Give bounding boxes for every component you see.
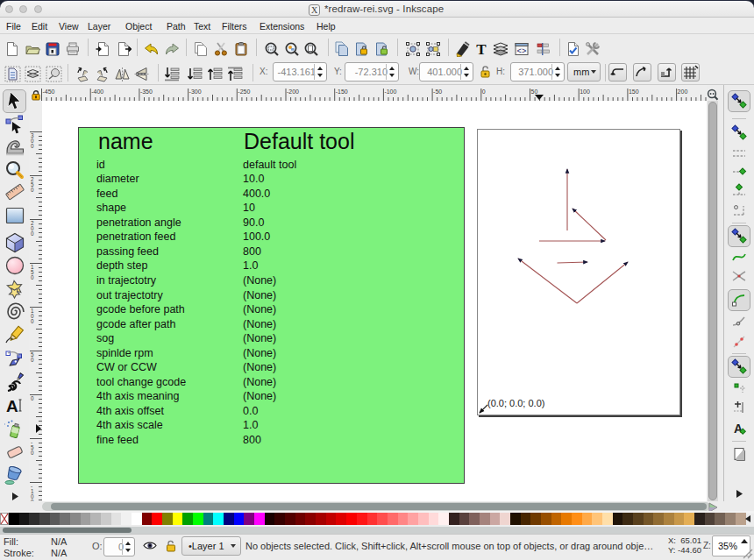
svg-text:-200: -200 (287, 89, 299, 95)
svg-text:-250: -250 (238, 89, 250, 95)
svg-text:-50: -50 (433, 89, 442, 95)
svg-text:-350: -350 (140, 89, 153, 95)
svg-text:0: 0 (31, 230, 34, 237)
svg-text:-400: -400 (91, 89, 103, 95)
svg-text:-450: -450 (43, 89, 55, 95)
svg-text:0: 0 (31, 143, 34, 149)
svg-text:T: T (476, 41, 487, 57)
svg-text:0: 0 (31, 274, 34, 280)
svg-text:100: 100 (580, 89, 590, 95)
svg-text:A: A (6, 397, 18, 415)
svg-text:(0.0; 0.0; 0.0): (0.0; 0.0; 0.0) (487, 398, 544, 408)
svg-text:0: 0 (482, 89, 486, 95)
svg-text:200: 200 (678, 89, 688, 95)
svg-text:<>: <> (517, 47, 527, 56)
svg-text:-150: -150 (336, 89, 348, 95)
svg-text:0: 0 (31, 450, 34, 456)
svg-text:150: 150 (629, 89, 639, 95)
svg-text:-300: -300 (189, 89, 202, 95)
svg-text:0: 0 (31, 187, 34, 193)
svg-text:0: 0 (31, 318, 34, 324)
svg-text:0: 0 (31, 395, 34, 401)
svg-text:0: 0 (31, 357, 34, 363)
svg-text:-100: -100 (384, 89, 396, 95)
svg-text:50: 50 (531, 89, 538, 95)
